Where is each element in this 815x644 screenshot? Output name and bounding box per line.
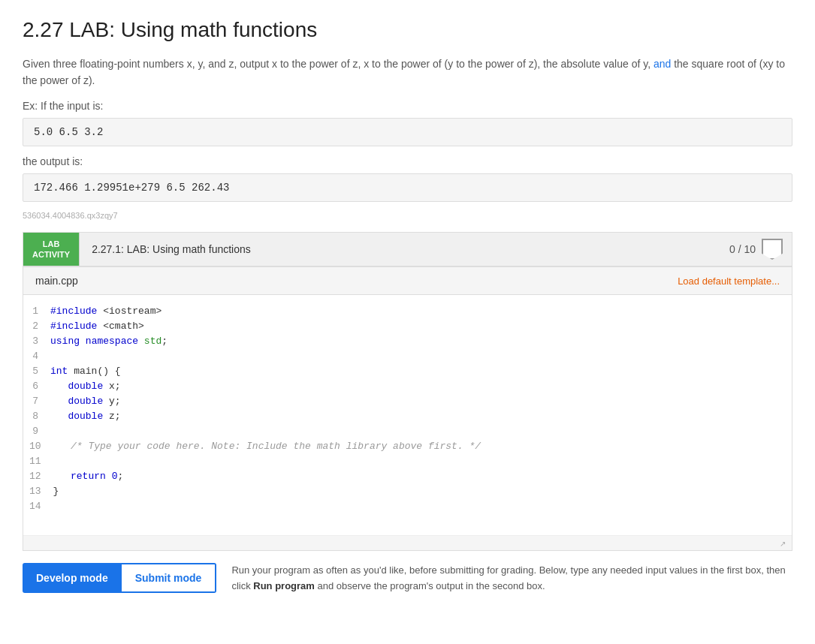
- lab-score: 0 / 10: [720, 239, 792, 260]
- load-template-link[interactable]: Load default template...: [678, 275, 780, 287]
- lab-badge: LAB ACTIVITY: [23, 233, 79, 266]
- code-line: 10 /* Type your code here. Note: Include…: [23, 439, 792, 454]
- tracker-id: 536034.4004836.qx3zqy7: [23, 211, 792, 220]
- output-example: 172.466 1.29951e+279 6.5 262.43: [23, 173, 792, 202]
- code-line: 9: [23, 424, 792, 439]
- code-line: 6 double x;: [23, 379, 792, 394]
- code-line: 5 int main() {: [23, 364, 792, 379]
- lab-activity-title: 2.27.1: LAB: Using math functions: [80, 243, 720, 255]
- code-line: 14: [23, 499, 792, 514]
- output-label: the output is:: [23, 155, 792, 167]
- score-badge: [762, 239, 783, 260]
- code-line: 4: [23, 349, 792, 364]
- input-example: 5.0 6.5 3.2: [23, 118, 792, 146]
- code-line: 2 #include <cmath>: [23, 319, 792, 334]
- submit-mode-button[interactable]: Submit mode: [122, 563, 217, 593]
- code-editor-container: main.cpp Load default template... 1 #inc…: [23, 266, 792, 551]
- mode-buttons: Develop mode Submit mode: [23, 563, 216, 593]
- code-line: 3 using namespace std;: [23, 334, 792, 349]
- develop-mode-button[interactable]: Develop mode: [23, 563, 122, 593]
- code-line: 11: [23, 454, 792, 469]
- page-title: 2.27 LAB: Using math functions: [23, 18, 792, 42]
- code-line: 12 return 0;: [23, 469, 792, 484]
- editor-footer: ↗: [23, 535, 792, 550]
- code-line: 13 }: [23, 484, 792, 499]
- description: Given three floating-point numbers x, y,…: [23, 56, 792, 89]
- editor-filename: main.cpp: [35, 275, 78, 287]
- run-program-bold: Run program: [253, 580, 315, 591]
- resize-handle[interactable]: ↗: [780, 540, 789, 549]
- lab-activity-bar: LAB ACTIVITY 2.27.1: LAB: Using math fun…: [23, 232, 792, 267]
- code-line: 7 double y;: [23, 394, 792, 409]
- editor-header: main.cpp Load default template...: [23, 267, 792, 295]
- bottom-bar: Develop mode Submit mode Run your progra…: [23, 563, 792, 594]
- code-line: 1 #include <iostream>: [23, 304, 792, 319]
- code-line: 8 double z;: [23, 409, 792, 424]
- bottom-description: Run your program as often as you'd like,…: [231, 563, 792, 594]
- ex-label: Ex: If the input is:: [23, 100, 792, 112]
- code-editor[interactable]: 1 #include <iostream> 2 #include <cmath>…: [23, 295, 792, 535]
